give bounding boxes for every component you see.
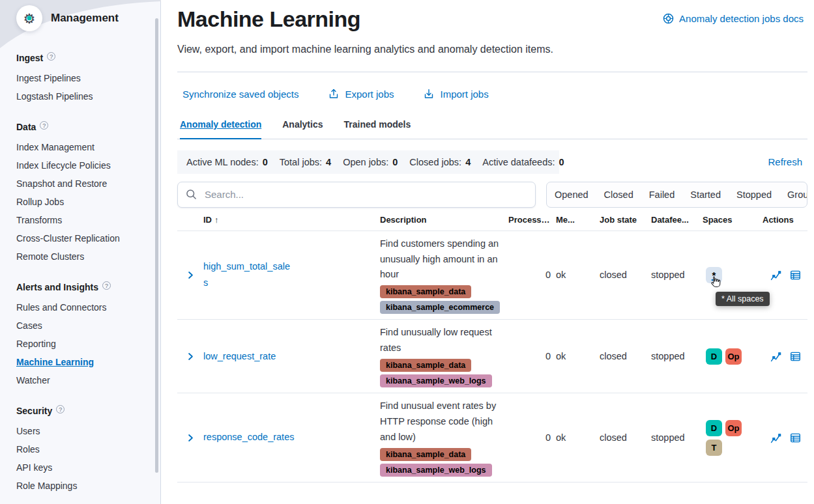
- search-icon: [186, 189, 197, 200]
- stat-value: 0: [392, 157, 398, 167]
- badge-line: kibana_sample_data: [380, 285, 508, 298]
- chevron-right-icon: [186, 352, 195, 361]
- space-badge-d[interactable]: D: [706, 348, 722, 365]
- column-header-actions[interactable]: Actions: [763, 215, 807, 225]
- column-header-label: Job state: [600, 215, 637, 225]
- column-header-me[interactable]: Me...: [556, 215, 600, 225]
- datafeed-state-value: stopped: [651, 270, 703, 280]
- stat-value: 0: [559, 157, 564, 167]
- column-header-datafee[interactable]: Datafee...: [651, 215, 703, 225]
- view-datafeed-counts-icon[interactable]: [790, 432, 801, 443]
- sidebar-item-role-mappings[interactable]: Role Mappings: [16, 477, 160, 495]
- badge-line: kibana_sample_ecommerce: [380, 301, 508, 314]
- id-cell: response_code_rates: [203, 429, 380, 445]
- sidebar-item-rules-and-connectors[interactable]: Rules and Connectors: [16, 298, 160, 316]
- memory-status-value: ok: [556, 432, 600, 443]
- stat-label: Total jobs:: [280, 157, 322, 167]
- filter-button-group[interactable]: Group: [779, 182, 807, 207]
- column-header-id[interactable]: ID↑: [203, 215, 380, 225]
- job-id-link[interactable]: low_request_rate: [203, 348, 276, 365]
- badge-line: kibana_sample_web_logs: [380, 374, 508, 387]
- sidebar-group-heading: Data?: [16, 122, 160, 132]
- view-in-single-metric-viewer-icon[interactable]: [770, 432, 781, 443]
- view-in-single-metric-viewer-icon[interactable]: [770, 270, 781, 281]
- expand-row-button[interactable]: [177, 271, 203, 279]
- all-spaces-tooltip: * All spaces: [716, 292, 770, 306]
- docs-link[interactable]: Anomaly detection jobs docs: [663, 13, 807, 24]
- job-id-link[interactable]: high_sum_total_sales: [203, 259, 295, 292]
- sidebar-item-watcher[interactable]: Watcher: [16, 371, 160, 389]
- expand-row-button[interactable]: [177, 434, 203, 442]
- sidebar-group-heading: Alerts and Insights?: [16, 282, 160, 292]
- sidebar-item-roles[interactable]: Roles: [16, 440, 160, 458]
- help-docs-icon: [663, 13, 674, 24]
- actions-cell: [763, 351, 807, 362]
- filter-button-stopped[interactable]: Stopped: [729, 182, 779, 207]
- view-datafeed-counts-icon[interactable]: [790, 351, 801, 362]
- space-badge-t[interactable]: T: [706, 440, 722, 456]
- job-id-link[interactable]: response_code_rates: [203, 429, 294, 445]
- space-badge-op[interactable]: Op: [725, 420, 742, 436]
- column-header-label: Description: [380, 215, 427, 225]
- sidebar-group-alerts-and-insights: Alerts and Insights?Rules and Connectors…: [16, 282, 160, 389]
- sidebar-item-users[interactable]: Users: [16, 422, 160, 440]
- sidebar-item-snapshot-and-restore[interactable]: Snapshot and Restore: [16, 175, 160, 193]
- space-badge-d[interactable]: D: [706, 420, 722, 436]
- column-header-description[interactable]: Description: [380, 215, 508, 225]
- index-badge-kibana-sample-data: kibana_sample_data: [380, 285, 471, 298]
- import-jobs-link[interactable]: Import jobs: [424, 89, 488, 100]
- filter-button-failed[interactable]: Failed: [641, 182, 683, 207]
- space-badge-op[interactable]: Op: [725, 348, 742, 365]
- sidebar-item-index-management[interactable]: Index Management: [16, 138, 160, 156]
- filter-button-closed[interactable]: Closed: [596, 182, 641, 207]
- main-content: Machine Learning Anomaly detection jobs …: [161, 0, 814, 504]
- sidebar-item-remote-clusters[interactable]: Remote Clusters: [16, 247, 160, 266]
- filter-button-opened[interactable]: Opened: [547, 182, 596, 207]
- sidebar-scrollbar[interactable]: [155, 18, 158, 473]
- synchronize-saved-objects-link[interactable]: Synchronize saved objects: [182, 89, 298, 100]
- column-header-spaces[interactable]: Spaces: [703, 215, 763, 225]
- description-cell: Find unusually low request rateskibana_s…: [380, 325, 508, 387]
- search-input[interactable]: [203, 188, 527, 201]
- sidebar-item-rollup-jobs[interactable]: Rollup Jobs: [16, 193, 160, 211]
- description-cell: Find unusual event rates by HTTP respons…: [380, 399, 508, 477]
- view-datafeed-counts-icon[interactable]: [790, 270, 801, 281]
- sidebar-item-transforms[interactable]: Transforms: [16, 211, 160, 229]
- tab-anomaly-detection[interactable]: Anomaly detection: [180, 113, 261, 139]
- import-label: Import jobs: [440, 89, 488, 100]
- description-cell: Find customers spending an unusually hig…: [380, 236, 508, 315]
- memory-status-value: ok: [556, 270, 600, 280]
- tab-analytics[interactable]: Analytics: [282, 113, 323, 139]
- sidebar-header: ⚙ Management: [16, 0, 160, 31]
- page-header: Machine Learning Anomaly detection jobs …: [177, 0, 807, 32]
- sidebar-group-label: Ingest: [16, 53, 43, 63]
- sidebar-item-api-keys[interactable]: API keys: [16, 458, 160, 477]
- stat-value: 4: [326, 157, 331, 167]
- export-jobs-link[interactable]: Export jobs: [328, 89, 394, 100]
- job-state-value: closed: [600, 351, 651, 361]
- tab-trained-models[interactable]: Trained models: [344, 113, 411, 139]
- sidebar-group-heading: Ingest?: [16, 53, 160, 63]
- sidebar-item-index-lifecycle-policies[interactable]: Index Lifecycle Policies: [16, 156, 160, 175]
- processed-records-value: 0: [508, 351, 556, 361]
- sidebar-group-ingest: Ingest?Ingest PipelinesLogstash Pipeline…: [16, 53, 160, 105]
- column-header-job-state[interactable]: Job state: [600, 215, 651, 225]
- sidebar-item-logstash-pipelines[interactable]: Logstash Pipelines: [16, 87, 160, 105]
- sidebar-item-ingest-pipelines[interactable]: Ingest Pipelines: [16, 69, 160, 87]
- refresh-link[interactable]: Refresh: [768, 156, 807, 167]
- filter-button-label: Group: [787, 189, 807, 200]
- sidebar-item-machine-learning[interactable]: Machine Learning: [16, 353, 160, 371]
- table-body: high_sum_total_salesFind customers spend…: [177, 231, 807, 483]
- expand-row-button[interactable]: [177, 352, 203, 361]
- sidebar-item-cross-cluster-replication[interactable]: Cross-Cluster Replication: [16, 229, 160, 247]
- view-in-single-metric-viewer-icon[interactable]: [770, 351, 781, 362]
- filter-button-started[interactable]: Started: [682, 182, 729, 207]
- job-state-value: closed: [600, 270, 651, 280]
- sidebar-item-cases[interactable]: Cases: [16, 316, 160, 335]
- badge-line: kibana_sample_data: [380, 448, 508, 461]
- column-header-processed-r[interactable]: Processed r...: [508, 215, 556, 225]
- sidebar-group-heading: Security?: [16, 406, 160, 416]
- stat-label: Active ML nodes:: [186, 157, 259, 167]
- sidebar-item-reporting[interactable]: Reporting: [16, 335, 160, 353]
- page-title: Machine Learning: [177, 7, 360, 32]
